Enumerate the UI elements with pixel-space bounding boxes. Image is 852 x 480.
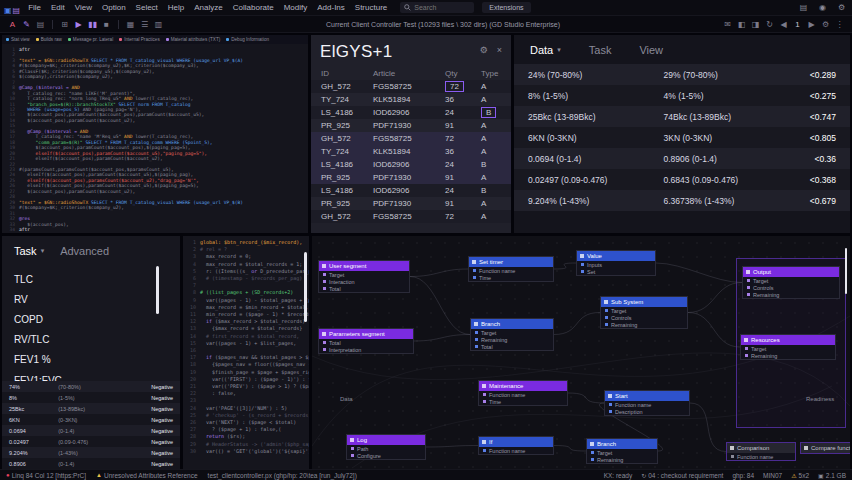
graph-node-maintenance[interactable]: MaintenanceFunction nameTime	[478, 380, 568, 406]
columns-view-icon[interactable]: ▥	[152, 20, 165, 29]
node-port-target[interactable]: Target	[601, 307, 687, 314]
node-port-configure[interactable]: Configure	[347, 452, 425, 459]
split-left-icon[interactable]: ◧	[735, 20, 748, 29]
graph-node-parameters-segment[interactable]: Parameters segmentTotalInterpretation	[318, 328, 414, 354]
mini-table-row[interactable]: 0.8906(0-1.4)Negative	[2, 458, 180, 469]
node-port-remaining[interactable]: Remaining	[471, 336, 553, 343]
stats-row[interactable]: 9.204% (1-43%)6.36738% (1-43%)<0.679	[514, 190, 850, 211]
menu-analyze[interactable]: Analyze	[189, 3, 227, 12]
graph-node-branch[interactable]: BranchTargetRemainingTotal	[470, 318, 554, 351]
node-port-total[interactable]: Total	[471, 343, 553, 350]
stats-row[interactable]: 6KN (0-3KN)3KN (0-3KN)<0.805	[514, 127, 850, 148]
next-page-icon[interactable]: ▶	[805, 20, 818, 29]
node-port-total[interactable]: Total	[319, 285, 409, 292]
editor-tab-builds-raw[interactable]: Builds raw	[36, 37, 62, 42]
gear-icon[interactable]: ⚙	[480, 45, 488, 55]
table-row[interactable]: LS_4186IOD6290624B	[311, 158, 511, 171]
node-port-remaining[interactable]: Remaining	[601, 321, 687, 328]
graph-node-compare-functions[interactable]: Compare functions	[800, 442, 850, 454]
pen-icon[interactable]: ✎	[20, 20, 33, 29]
table-row[interactable]: PR_925PDF7193091A	[311, 197, 511, 210]
grid-view-icon[interactable]: ▦	[124, 20, 137, 29]
tab-task[interactable]: Task▾	[14, 245, 44, 257]
table-row[interactable]: LS_4186IOD6290624B	[311, 106, 511, 119]
layers-icon[interactable]: ▤	[34, 20, 47, 29]
graph-node-log[interactable]: LogPathConfigure	[346, 434, 426, 460]
table-row[interactable]: TY_724KLK5189436A	[311, 145, 511, 158]
tab-advanced[interactable]: Advanced	[60, 245, 109, 257]
task-item-rv-tlc[interactable]: RV/TLC	[2, 330, 180, 350]
graph-node-set-timer[interactable]: Set timerFunction nameTime	[468, 256, 554, 282]
node-port-time[interactable]: Time	[469, 274, 553, 281]
menu-edit[interactable]: Edit	[46, 3, 70, 12]
task-scrollbar[interactable]	[156, 266, 159, 314]
list-view-icon[interactable]: ☰	[138, 20, 151, 29]
monitor-icon[interactable]: ⊞	[58, 20, 71, 29]
node-port-controls[interactable]: Controls	[743, 284, 839, 291]
more-icon[interactable]: ⋮	[833, 20, 846, 29]
node-port-interaction[interactable]: Interaction	[319, 278, 409, 285]
mini-table-row[interactable]: 8%(1-5%)Negative	[2, 392, 180, 403]
node-port-function-name[interactable]: Function name	[469, 267, 553, 274]
node-graph-panel[interactable]: User segmentTargetInteractionTotalParame…	[312, 236, 850, 469]
mini-table-row[interactable]: 9.204%(1-43%)Negative	[2, 447, 180, 458]
editor-tab-internal-practices[interactable]: Internal Practices	[119, 37, 160, 42]
table-row[interactable]: LS_4186IOD6290624B	[311, 184, 511, 197]
menu-structure[interactable]: Structure	[350, 3, 392, 12]
menubar-search[interactable]	[400, 2, 474, 13]
node-port-path[interactable]: Path	[347, 445, 425, 452]
menu-select[interactable]: Select	[131, 3, 163, 12]
stats-row[interactable]: 24% (70-80%)29% (70-80%)<0.289	[514, 64, 850, 85]
task-item-rv[interactable]: RV	[2, 289, 180, 309]
table-row[interactable]: PR_925PDF7193091A	[311, 119, 511, 132]
graph-node-if[interactable]: IfFunction name	[478, 436, 554, 455]
node-port-target[interactable]: Target	[471, 329, 553, 336]
stats-tab-data[interactable]: Data▾	[530, 44, 561, 56]
search-input[interactable]	[414, 4, 470, 11]
menu-help[interactable]: Help	[163, 3, 189, 12]
mini-table-row[interactable]: 0.0694(0-1.4)Negative	[2, 425, 180, 436]
node-port-controls[interactable]: Controls	[601, 314, 687, 321]
graph-node-start[interactable]: StartFunction nameDescription	[604, 390, 690, 416]
menu-file[interactable]: File	[23, 3, 46, 12]
graph-scrollbar[interactable]	[845, 248, 847, 294]
pause-icon[interactable]: ▮▮	[86, 20, 99, 29]
node-port-function-name[interactable]: Function name	[605, 401, 689, 408]
node-port-target[interactable]: Target	[741, 345, 835, 352]
graph-node-sub-system[interactable]: Sub SystemTargetControlsRemaining	[600, 296, 688, 329]
node-port-remaining[interactable]: Remaining	[743, 291, 839, 298]
node-port-set[interactable]: Set	[577, 268, 655, 275]
editor-tab-stat-view[interactable]: Stat view	[6, 37, 30, 42]
menu-modify[interactable]: Modify	[279, 3, 313, 12]
code-editor-secondary[interactable]: 1global: $btn_record_($mix_record),2# re…	[183, 236, 309, 469]
column-header-article[interactable]: Article	[373, 69, 445, 78]
column-header-id[interactable]: ID	[321, 69, 373, 78]
node-port-target[interactable]: Target	[319, 271, 409, 278]
table-row[interactable]: TY_724KLK5189436A	[311, 93, 511, 106]
node-port-interpretation[interactable]: Interpretation	[319, 346, 413, 353]
code-scrollbar[interactable]	[304, 252, 307, 322]
node-port-remaining[interactable]: Remaining	[741, 352, 835, 359]
user-icon[interactable]: ◉	[816, 3, 829, 12]
gear-icon[interactable]: ⚙	[819, 20, 832, 29]
mini-table-row[interactable]: 25Bkc(13-89Bkc)Negative	[2, 403, 180, 414]
node-port-inputs[interactable]: Inputs	[577, 261, 655, 268]
code-editor-main[interactable]: Stat viewBuilds rawMessage pr. LateralIn…	[2, 35, 308, 233]
editor-tab-debug-information[interactable]: Debug Information	[226, 37, 269, 42]
mini-table-row[interactable]: 0.02497(0.09-0.476)Negative	[2, 436, 180, 447]
task-item-copd[interactable]: COPD	[2, 309, 180, 329]
table-row[interactable]: GH_572FGS5872572A	[311, 132, 511, 145]
menu-collaborate[interactable]: Collaborate	[228, 3, 279, 12]
node-port-remaining[interactable]: Remaining	[587, 456, 657, 463]
extensions-button[interactable]: Extensions	[482, 2, 530, 13]
node-port-function-name[interactable]: Function name	[727, 453, 795, 460]
stats-tab-view[interactable]: View	[639, 44, 663, 56]
graph-node-output[interactable]: OutputTargetControlsRemaining	[742, 266, 840, 299]
refresh-icon[interactable]: ↻	[763, 20, 776, 29]
stats-row[interactable]: 25Bkc (13-89Bkc)74Bkc (13-89Bkc)<0.747	[514, 106, 850, 127]
play-icon[interactable]: ▶	[72, 20, 85, 29]
graph-node-resources[interactable]: ResourcesTargetRemaining	[740, 334, 836, 360]
task-item-tlc[interactable]: TLC	[2, 269, 180, 289]
graph-node-value[interactable]: ValueInputsSet	[576, 250, 656, 276]
stats-row[interactable]: 0.02497 (0.09-0.476)0.6843 (0.09-0.476)<…	[514, 169, 850, 190]
